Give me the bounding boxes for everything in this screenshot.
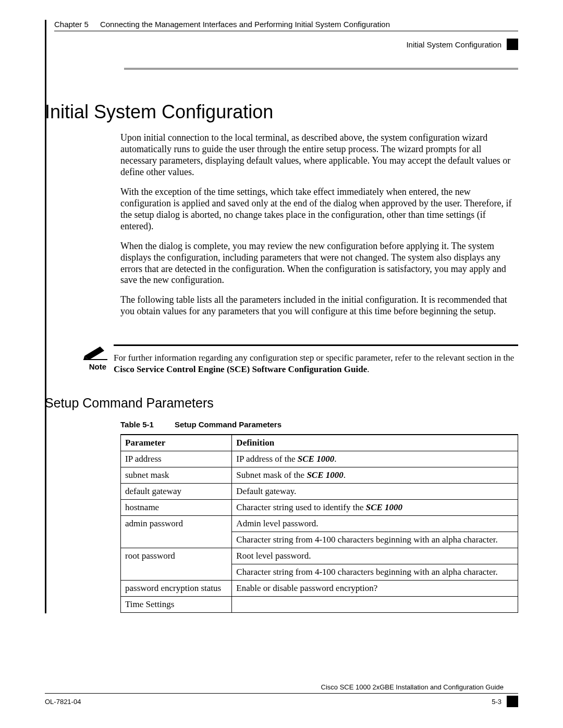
footer-end-box-icon (507, 696, 518, 707)
table-caption: Table 5-1 Setup Command Parameters (120, 420, 518, 429)
table-row: admin passwordAdmin level password. (121, 515, 518, 532)
note-body: For further information regarding any co… (114, 352, 518, 375)
cell-definition: Enable or disable password encryption? (232, 580, 518, 596)
cell-definition: Character string from 4-100 characters b… (232, 532, 518, 548)
table-row: password encryption statusEnable or disa… (121, 580, 518, 596)
section-tag-text: Initial System Configuration (406, 40, 501, 49)
chapter-label: Chapter 5 (54, 20, 89, 29)
pencil-icon (83, 344, 107, 360)
table-row: IP addressIP address of the SCE 1000. (121, 451, 518, 467)
cell-definition: Admin level password. (232, 515, 518, 532)
cell-definition: Character string from 4-100 characters b… (232, 564, 518, 580)
cell-definition (232, 596, 518, 612)
cell-parameter: subnet mask (121, 467, 232, 483)
note-text-post: . (367, 364, 369, 374)
table-row: default gatewayDefault gateway. (121, 483, 518, 499)
intro-paragraph-2: With the exception of the time settings,… (120, 187, 518, 232)
body-column: Upon initial connection to the local ter… (120, 132, 518, 317)
intro-paragraph-4: The following table lists all the parame… (120, 294, 518, 317)
footer-right: 5-3 (492, 696, 518, 707)
note-text-pre: For further information regarding any co… (114, 353, 514, 363)
table-row: Time Settings (121, 596, 518, 612)
table-caption-title: Setup Command Parameters (175, 420, 282, 429)
table-row: subnet maskSubnet mask of the SCE 1000. (121, 467, 518, 483)
parameter-table: Parameter Definition IP addressIP addres… (120, 434, 518, 613)
cell-definition: IP address of the SCE 1000. (232, 451, 518, 467)
left-margin-rule (45, 20, 46, 613)
svg-marker-0 (84, 347, 104, 360)
cell-parameter: password encryption status (121, 580, 232, 596)
cell-definition: Subnet mask of the SCE 1000. (232, 467, 518, 483)
cell-definition: Root level password. (232, 548, 518, 564)
note-top-rule (114, 344, 518, 346)
table-area: Table 5-1 Setup Command Parameters Param… (120, 420, 518, 613)
doc-number: OL-7821-04 (45, 698, 81, 706)
cell-definition: Default gateway. (232, 483, 518, 499)
col-parameter: Parameter (121, 435, 232, 451)
cell-parameter: admin password (121, 515, 232, 548)
note-block: Note For further information regarding a… (78, 326, 518, 379)
table-row: root passwordRoot level password. (121, 548, 518, 564)
section-tag: Initial System Configuration (54, 39, 518, 50)
document-page: Chapter 5 Connecting the Management Inte… (0, 0, 563, 728)
cell-definition: Character string used to identify the SC… (232, 499, 518, 515)
footer-guide-title: Cisco SCE 1000 2xGBE Installation and Co… (45, 683, 518, 694)
svg-rect-2 (83, 359, 107, 360)
thick-divider (124, 68, 518, 70)
note-left-col: Note (78, 326, 114, 379)
intro-paragraph-3: When the dialog is complete, you may rev… (120, 241, 518, 287)
section-heading: Setup Command Parameters (45, 396, 518, 411)
chapter-line: Chapter 5 Connecting the Management Inte… (54, 20, 518, 31)
col-definition: Definition (232, 435, 518, 451)
table-row: hostnameCharacter string used to identif… (121, 499, 518, 515)
cell-parameter: root password (121, 548, 232, 580)
note-right-col: For further information regarding any co… (114, 326, 518, 379)
note-label: Note (78, 362, 114, 371)
table-header-row: Parameter Definition (121, 435, 518, 451)
note-text-bold: Cisco Service Control Engine (SCE) Softw… (114, 364, 367, 374)
table-caption-num: Table 5-1 (120, 420, 154, 429)
header-end-box-icon (507, 39, 518, 50)
cell-parameter: hostname (121, 499, 232, 515)
cell-parameter: IP address (121, 451, 232, 467)
page-title: Initial System Configuration (45, 101, 518, 123)
cell-parameter: Time Settings (121, 596, 232, 612)
page-number: 5-3 (492, 698, 501, 706)
cell-parameter: default gateway (121, 483, 232, 499)
chapter-title: Connecting the Management Interfaces and… (100, 20, 390, 29)
page-footer: Cisco SCE 1000 2xGBE Installation and Co… (45, 683, 518, 707)
page-header: Chapter 5 Connecting the Management Inte… (54, 20, 518, 70)
intro-paragraph-1: Upon initial connection to the local ter… (120, 132, 518, 178)
footer-bottom-row: OL-7821-04 5-3 (45, 696, 518, 707)
